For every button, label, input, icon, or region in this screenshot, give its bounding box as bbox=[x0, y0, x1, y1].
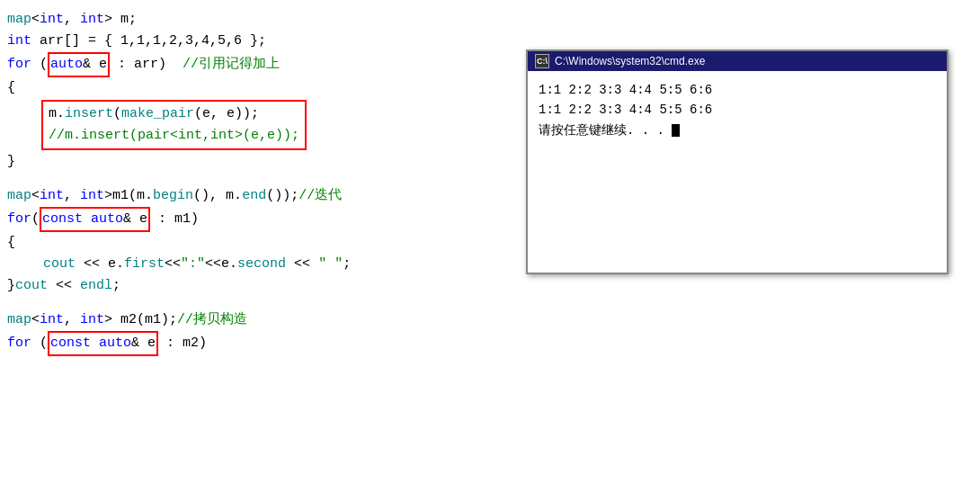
code-text: (), m. bbox=[193, 185, 242, 207]
code-text: ( bbox=[31, 209, 40, 230]
code-line-6: //m.insert(pair<int,int>(e,e)); bbox=[49, 125, 299, 147]
keyword-second: second bbox=[237, 254, 286, 275]
code-text: : m1) bbox=[150, 209, 199, 230]
keyword-int7: int bbox=[80, 309, 104, 331]
keyword-insert: insert bbox=[65, 103, 113, 125]
code-text: ()); bbox=[266, 185, 298, 207]
cmd-icon: C:\ bbox=[535, 54, 549, 68]
keyword-map2: map bbox=[7, 185, 31, 207]
code-line-4: { bbox=[7, 77, 510, 99]
code-text: : m2) bbox=[158, 333, 207, 354]
code-text: & e bbox=[131, 335, 156, 351]
keyword-const2: const bbox=[50, 335, 91, 351]
code-text: ( bbox=[113, 103, 121, 125]
brace-open: { bbox=[7, 77, 15, 99]
code-text bbox=[83, 211, 91, 227]
comment-iterate: //迭代 bbox=[298, 185, 342, 207]
cmd-titlebar: C:\ C:\Windows\system32\cmd.exe bbox=[528, 51, 947, 71]
cmd-window: C:\ C:\Windows\system32\cmd.exe 1:1 2:2 … bbox=[526, 49, 949, 274]
keyword-auto3: auto bbox=[99, 335, 131, 351]
code-line-10: { bbox=[7, 232, 510, 254]
code-text: ( bbox=[31, 54, 48, 76]
keyword-cout2: cout bbox=[15, 275, 48, 297]
code-text: ( bbox=[31, 333, 48, 354]
code-text: & e bbox=[83, 57, 107, 72]
code-line-7: } bbox=[7, 151, 510, 173]
code-line-9: for(const auto& e : m1) bbox=[7, 207, 510, 232]
keyword-int5: int bbox=[80, 185, 104, 207]
code-text: << bbox=[286, 254, 318, 275]
highlight-const-auto-e: const auto& e bbox=[40, 207, 150, 232]
highlight-auto-e: auto& e bbox=[48, 52, 110, 77]
keyword-first: first bbox=[124, 254, 165, 275]
cmd-cursor bbox=[672, 124, 680, 137]
keyword-for2: for bbox=[7, 209, 31, 230]
keyword-begin: begin bbox=[153, 185, 193, 207]
keyword-auto2: auto bbox=[91, 211, 123, 227]
string-space: " " bbox=[318, 254, 343, 275]
keyword-int4: int bbox=[40, 185, 64, 207]
keyword-const: const bbox=[42, 211, 83, 227]
code-line-5: m.insert(make_pair(e, e)); bbox=[49, 103, 299, 125]
code-text: arr[] = { 1,1,1,2,3,4,5,6 }; bbox=[31, 31, 266, 52]
comment-copy: //拷贝构造 bbox=[177, 309, 247, 331]
keyword-auto: auto bbox=[50, 57, 83, 72]
code-text: <<e. bbox=[205, 254, 237, 275]
code-text: , bbox=[64, 309, 80, 331]
code-text: , bbox=[64, 9, 80, 31]
keyword-int: int bbox=[40, 9, 64, 31]
code-line-1: map<int, int> m; bbox=[7, 9, 510, 31]
cmd-prompt-text: 请按任意键继续. . . bbox=[539, 123, 664, 138]
keyword-int6: int bbox=[40, 309, 64, 331]
code-text: > m; bbox=[104, 9, 137, 31]
code-text: ; bbox=[112, 275, 120, 297]
keyword-int2: int bbox=[80, 9, 104, 31]
code-line-14: for (const auto& e : m2) bbox=[7, 331, 510, 356]
code-line-13: map<int, int> m2(m1);//拷贝构造 bbox=[7, 309, 510, 331]
code-line-3: for (auto& e : arr) //引用记得加上 bbox=[7, 52, 510, 77]
keyword-for3: for bbox=[7, 333, 31, 354]
keyword-make-pair: make_pair bbox=[121, 103, 194, 125]
comment-reference: //引用记得加上 bbox=[166, 54, 280, 76]
code-text: << bbox=[165, 254, 181, 275]
code-text: m. bbox=[49, 103, 65, 125]
code-text: < bbox=[31, 9, 40, 31]
code-text: < bbox=[31, 309, 40, 331]
string-colon: ":" bbox=[181, 254, 205, 275]
keyword-cout: cout bbox=[43, 254, 76, 275]
cmd-output-line1: 1:1 2:2 3:3 4:4 5:5 6:6 bbox=[539, 80, 936, 100]
code-text: > m2(m1); bbox=[104, 309, 177, 331]
keyword-end: end bbox=[242, 185, 266, 207]
code-line-8: map<int, int>m1(m.begin(), m.end());//迭代 bbox=[7, 185, 510, 207]
code-text: (e, e)); bbox=[194, 103, 259, 125]
code-block-insert: m.insert(make_pair(e, e)); //m.insert(pa… bbox=[41, 100, 307, 150]
keyword-map: map bbox=[7, 9, 31, 31]
keyword-map3: map bbox=[7, 309, 31, 331]
keyword-int3: int bbox=[7, 31, 31, 52]
code-text bbox=[91, 335, 99, 351]
comment-insert: //m.insert(pair<int,int>(e,e)); bbox=[49, 125, 299, 147]
spacer-1 bbox=[7, 173, 510, 185]
keyword-for: for bbox=[7, 54, 31, 76]
cmd-body: 1:1 2:2 3:3 4:4 5:5 6:6 1:1 2:2 3:3 4:4 … bbox=[528, 71, 947, 149]
code-text: >m1(m. bbox=[104, 185, 153, 207]
code-text: & e bbox=[123, 211, 147, 227]
code-text: ; bbox=[343, 254, 351, 275]
code-line-11: cout << e.first<<":"<<e.second << " "; bbox=[7, 254, 510, 275]
code-text: << e. bbox=[76, 254, 124, 275]
code-text: < bbox=[31, 185, 40, 207]
brace-close2: } bbox=[7, 275, 15, 297]
spacer-2 bbox=[7, 297, 510, 309]
code-text: : arr) bbox=[110, 54, 166, 76]
brace-open2: { bbox=[7, 232, 15, 254]
keyword-endl: endl bbox=[80, 275, 112, 297]
code-text: , bbox=[64, 185, 80, 207]
code-panel: map<int, int> m; int arr[] = { 1,1,1,2,3… bbox=[0, 0, 517, 492]
code-text: << bbox=[48, 275, 80, 297]
highlight-const-auto-e2: const auto& e bbox=[48, 331, 158, 356]
cmd-title: C:\Windows\system32\cmd.exe bbox=[555, 55, 705, 67]
cmd-output-line2: 1:1 2:2 3:3 4:4 5:5 6:6 bbox=[539, 100, 936, 120]
code-line-2: int arr[] = { 1,1,1,2,3,4,5,6 }; bbox=[7, 31, 510, 52]
brace-close: } bbox=[7, 151, 15, 173]
code-line-12: }cout << endl; bbox=[7, 275, 510, 297]
